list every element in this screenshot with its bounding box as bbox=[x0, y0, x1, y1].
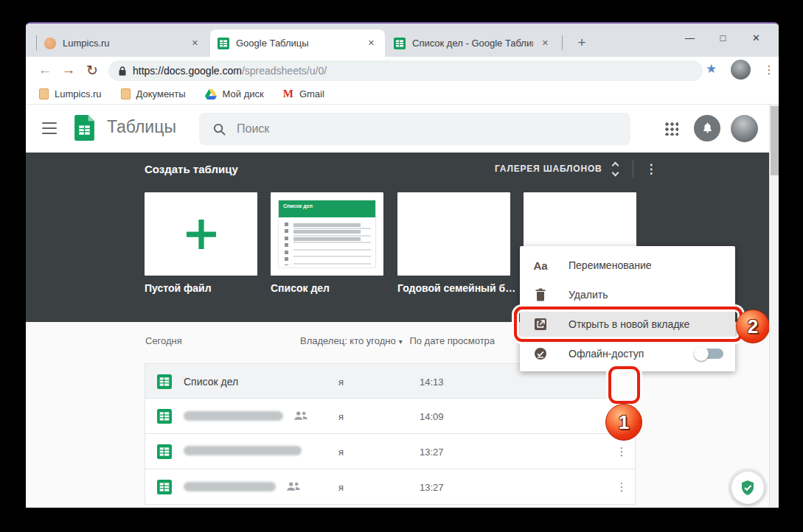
tab-todo-list[interactable]: Список дел - Google Таблицы ✕ bbox=[386, 29, 559, 57]
drive-icon bbox=[205, 89, 217, 99]
sort-by-dropdown[interactable]: По дате просмотра bbox=[409, 335, 495, 346]
sheets-logo-icon[interactable] bbox=[74, 115, 94, 141]
template-thumbnail: Список дел bbox=[279, 200, 375, 267]
google-apps-icon[interactable] bbox=[664, 122, 678, 136]
file-time: 14:13 bbox=[420, 377, 444, 388]
list-sort-bar: Владелец: кто угодно▾ По дате просмотра bbox=[300, 335, 495, 346]
reload-icon[interactable]: ↻ bbox=[82, 60, 102, 80]
bookmarks-bar: Lumpics.ru Документы Мой диск M Gmail bbox=[26, 84, 779, 105]
adblock-shield-button[interactable] bbox=[731, 472, 764, 504]
shared-icon bbox=[286, 481, 301, 491]
annotation-step-2: 2 bbox=[736, 309, 770, 343]
tab-title: Google Таблицы bbox=[236, 38, 359, 49]
file-options-icon[interactable]: ⋮ bbox=[613, 443, 630, 461]
forward-icon[interactable]: → bbox=[58, 60, 79, 80]
bookmark-label: Мой диск bbox=[223, 88, 264, 99]
shared-icon bbox=[293, 410, 308, 421]
page-scrollbar[interactable] bbox=[769, 105, 779, 508]
menu-item-label: Офлайн-доступ bbox=[569, 348, 644, 360]
file-time: 14:09 bbox=[420, 411, 444, 422]
tab-close-icon[interactable]: ✕ bbox=[539, 37, 552, 49]
shield-check-icon bbox=[739, 479, 757, 497]
gmail-icon: M bbox=[283, 88, 293, 100]
tab-google-sheets[interactable]: Google Таблицы ✕ bbox=[210, 29, 385, 57]
file-owner: я bbox=[338, 377, 344, 388]
file-owner: я bbox=[338, 447, 344, 458]
template-label: Список дел bbox=[271, 282, 330, 294]
tab-divider bbox=[36, 35, 37, 50]
address-bar[interactable]: https://docs.google.com/spreadsheets/u/0… bbox=[108, 60, 703, 81]
new-tab-button[interactable]: + bbox=[571, 32, 592, 53]
menu-item-label: Удалить bbox=[569, 289, 608, 301]
browser-menu-icon[interactable]: ⋮ bbox=[760, 60, 778, 80]
bookmark-gmail[interactable]: M Gmail bbox=[283, 88, 324, 100]
back-icon[interactable]: ← bbox=[35, 60, 55, 80]
template-annual-budget[interactable] bbox=[397, 192, 510, 276]
blurred-name bbox=[184, 482, 276, 491]
sheets-file-icon bbox=[157, 409, 172, 424]
notifications-button[interactable] bbox=[694, 115, 720, 141]
rename-icon: Aa bbox=[532, 256, 549, 274]
thumbnail-title: Список дел bbox=[279, 200, 375, 217]
menu-item-rename[interactable]: Aa Переименование bbox=[520, 251, 735, 280]
sheets-favicon-icon bbox=[394, 38, 406, 49]
sheets-app-header: Таблицы bbox=[26, 105, 779, 153]
sheets-favicon-icon bbox=[218, 38, 229, 49]
gallery-expand-icon[interactable] bbox=[613, 163, 618, 175]
offline-toggle[interactable] bbox=[695, 349, 723, 359]
bookmark-page-icon bbox=[121, 88, 131, 99]
bookmark-label: Gmail bbox=[299, 88, 324, 99]
window-controls: — □ ✕ bbox=[673, 27, 773, 49]
search-input[interactable] bbox=[237, 122, 546, 136]
url-path-part: /spreadsheets/u/0/ bbox=[242, 65, 327, 77]
file-row[interactable]: я 13:27 ⋮ bbox=[145, 469, 636, 505]
file-name-redacted bbox=[184, 446, 302, 455]
file-time: 13:27 bbox=[420, 447, 444, 458]
toggle-knob bbox=[694, 346, 709, 361]
sheets-file-icon bbox=[157, 374, 172, 389]
tab-divider bbox=[562, 35, 563, 50]
browser-profile-avatar[interactable] bbox=[731, 60, 751, 80]
file-row[interactable]: я 14:09 ⋮ bbox=[145, 399, 636, 434]
file-row[interactable]: я 13:27 ⋮ bbox=[145, 434, 636, 469]
divider bbox=[633, 160, 633, 178]
menu-item-delete[interactable]: Удалить bbox=[520, 280, 735, 309]
file-options-icon[interactable]: ⋮ bbox=[613, 478, 630, 496]
tab-close-icon[interactable]: ✕ bbox=[189, 37, 201, 49]
bookmark-star-icon[interactable]: ★ bbox=[706, 61, 717, 77]
account-avatar[interactable] bbox=[731, 115, 758, 142]
annotation-highlight-menu-item bbox=[514, 307, 743, 342]
bookmark-my-drive[interactable]: Мой диск bbox=[205, 88, 264, 99]
template-gallery-button[interactable]: ГАЛЕРЕЯ ШАБЛОНОВ bbox=[495, 164, 602, 174]
annotation-highlight-kebab bbox=[608, 366, 640, 404]
lumpics-favicon-icon bbox=[44, 38, 56, 49]
browser-toolbar: ← → ↻ https://docs.google.com/spreadshee… bbox=[26, 57, 779, 84]
tab-strip: Lumpics.ru ✕ Google Таблицы ✕ Список дел… bbox=[26, 24, 779, 57]
tab-lumpics[interactable]: Lumpics.ru ✕ bbox=[37, 29, 209, 57]
page-url: https://docs.google.com/spreadsheets/u/0… bbox=[133, 65, 327, 77]
template-gallery-bar: ГАЛЕРЕЯ ШАБЛОНОВ ⋮ bbox=[495, 159, 658, 178]
maximize-button[interactable]: □ bbox=[706, 27, 740, 49]
trash-icon bbox=[532, 286, 549, 304]
today-group-label: Сегодня bbox=[145, 335, 182, 346]
browser-window: Lumpics.ru ✕ Google Таблицы ✕ Список дел… bbox=[26, 22, 779, 508]
owner-filter-dropdown[interactable]: Владелец: кто угодно bbox=[300, 335, 396, 346]
bookmark-label: Lumpics.ru bbox=[55, 88, 102, 99]
tab-close-icon[interactable]: ✕ bbox=[365, 37, 378, 49]
file-owner: я bbox=[338, 482, 344, 493]
close-window-button[interactable]: ✕ bbox=[740, 27, 773, 49]
offline-icon bbox=[532, 345, 549, 363]
template-blank-file[interactable] bbox=[145, 192, 257, 276]
bookmark-documents[interactable]: Документы bbox=[121, 88, 186, 99]
template-todo-list[interactable]: Список дел bbox=[271, 192, 383, 276]
scrollbar-thumb[interactable] bbox=[771, 106, 779, 175]
dropdown-arrow-icon: ▾ bbox=[399, 337, 403, 346]
app-title: Таблицы bbox=[107, 117, 176, 137]
main-menu-icon[interactable] bbox=[42, 122, 57, 134]
menu-item-offline-access[interactable]: Офлайн-доступ bbox=[520, 339, 735, 368]
minimize-button[interactable]: — bbox=[673, 27, 706, 49]
template-options-icon[interactable]: ⋮ bbox=[645, 161, 658, 177]
bell-icon bbox=[701, 122, 715, 136]
bookmark-lumpics[interactable]: Lumpics.ru bbox=[39, 88, 102, 99]
search-box[interactable] bbox=[199, 113, 630, 145]
